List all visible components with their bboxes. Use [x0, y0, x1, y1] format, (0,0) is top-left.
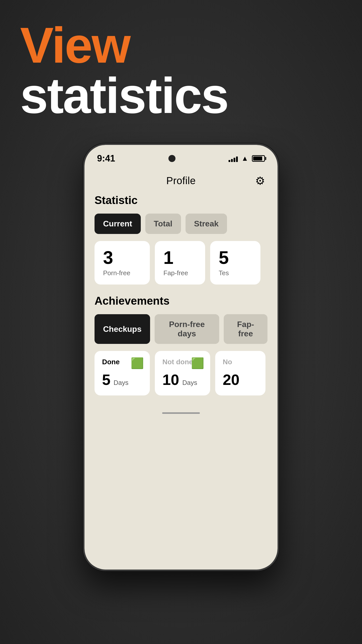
statistic-tab-group: Current Total Streak — [95, 214, 267, 234]
stat-label-0: Porn-free — [103, 269, 141, 277]
phone-mockup: 9:41 ▲ — [83, 143, 279, 571]
stat-card-fap-free: 1 Fap-free — [155, 241, 205, 285]
status-icons: ▲ — [229, 154, 265, 163]
stat-label-2: Tes — [219, 269, 252, 277]
app-header: Profile ⚙ — [84, 170, 278, 194]
status-bar: 9:41 ▲ — [84, 145, 278, 168]
stat-label-1: Fap-free — [163, 269, 197, 277]
tab-current[interactable]: Current — [95, 214, 141, 234]
achievement-card-0: Done 🟩 5 Days — [95, 351, 150, 395]
achievement-cards-row: Done 🟩 5 Days Not done 🟩 — [95, 351, 267, 395]
tab-total[interactable]: Total — [145, 214, 181, 234]
achievements-tab-group: Checkups Porn-free days Fap-free — [95, 314, 267, 344]
stat-number-0: 3 — [103, 249, 141, 267]
stat-number-2: 5 — [219, 249, 252, 267]
status-time: 9:41 — [97, 153, 115, 164]
signal-bar-1 — [229, 160, 230, 162]
achievement-days-2: 20 — [223, 371, 258, 388]
phone-screen: 9:41 ▲ — [84, 145, 278, 570]
hero-line2: statistics — [20, 70, 228, 121]
achievements-section: Achievements Checkups Porn-free days Fap… — [84, 295, 278, 395]
statistic-cards-row: 3 Porn-free 1 Fap-free 5 Tes — [95, 241, 267, 285]
achievement-card-2: No 20 — [215, 351, 265, 395]
signal-bar-3 — [234, 158, 235, 162]
achievement-card-1: Not done 🟩 10 Days — [155, 351, 210, 395]
achievement-status-2: No — [223, 358, 258, 366]
signal-bar-4 — [236, 156, 238, 162]
gem-icon-0: 🟩 — [131, 357, 144, 369]
hero-title: View statistics — [20, 20, 228, 121]
achievement-days-num-0: 5 — [102, 371, 110, 388]
achievement-days-label-1: Days — [182, 379, 197, 386]
stat-card-tes: 5 Tes — [210, 241, 260, 285]
achievement-days-num-1: 10 — [162, 371, 179, 388]
page-title: Profile — [166, 175, 196, 186]
achievement-days-0: 5 Days — [102, 371, 142, 388]
app-content: Profile ⚙ Statistic Current Total Streak… — [84, 168, 278, 570]
gem-icon-1: 🟩 — [191, 357, 204, 369]
signal-bar-2 — [231, 159, 233, 162]
battery-fill — [253, 156, 262, 160]
signal-bars-icon — [229, 155, 238, 162]
wifi-icon: ▲ — [241, 154, 248, 163]
tab-porn-free-days[interactable]: Porn-free days — [155, 314, 219, 344]
gear-icon[interactable]: ⚙ — [255, 174, 265, 187]
tab-streak[interactable]: Streak — [186, 214, 227, 234]
hero-line1: View — [20, 20, 228, 70]
tab-fap-free[interactable]: Fap-free — [224, 314, 267, 344]
battery-icon — [252, 155, 265, 162]
home-indicator — [84, 406, 278, 421]
phone-outer: 9:41 ▲ — [83, 143, 279, 571]
camera-dot — [168, 155, 175, 162]
stat-card-porn-free: 3 Porn-free — [95, 241, 150, 285]
achievement-days-1: 10 Days — [162, 371, 203, 388]
achievement-days-label-0: Days — [114, 379, 128, 386]
home-bar — [162, 412, 200, 414]
stat-number-1: 1 — [163, 249, 197, 267]
achievement-days-num-2: 20 — [223, 371, 240, 388]
achievements-title: Achievements — [95, 295, 267, 307]
statistic-title: Statistic — [95, 194, 267, 207]
tab-checkups[interactable]: Checkups — [95, 314, 150, 344]
statistic-section: Statistic Current Total Streak 3 Porn-fr… — [84, 194, 278, 285]
